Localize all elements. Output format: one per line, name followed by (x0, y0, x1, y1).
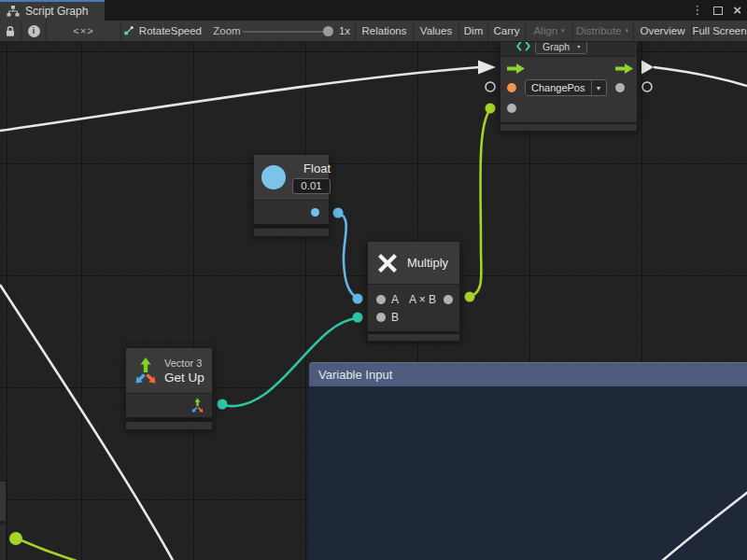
toolbar-button-full-screen[interactable]: Full Screen (691, 21, 747, 41)
offscreen-node-sliver-footer (0, 524, 7, 560)
lock-button[interactable] (0, 21, 21, 41)
float-output-port[interactable] (311, 208, 319, 217)
vector3-header: Vector 3 Get Up (126, 348, 212, 394)
vector3-body (126, 394, 212, 417)
flow-arrow-in-icon[interactable] (507, 63, 526, 75)
float-body (254, 201, 329, 224)
multiply-port-b-dot[interactable] (376, 313, 386, 322)
graph-dropdown-caret: ▾ (577, 43, 580, 49)
flow-arrow-out-port[interactable] (641, 61, 654, 75)
vector3-title: Vector 3 (164, 357, 204, 369)
info-button[interactable]: i (21, 21, 47, 41)
script-graph-icon (7, 6, 20, 17)
code-icon: <×> (73, 25, 93, 36)
float-title: Float (303, 161, 331, 175)
zoom-label: Zoom (213, 25, 240, 36)
vector3-subtitle: Get Up (164, 371, 204, 385)
event-value-connector[interactable] (486, 104, 496, 114)
event-out-value-port-dot[interactable] (615, 83, 625, 92)
event-extra-port-dot[interactable] (507, 104, 516, 113)
float-header: Float 0.01 (254, 155, 329, 201)
wire-float-to-multiply-a[interactable] (338, 213, 358, 299)
wire-getup-to-multiply-b[interactable] (222, 318, 358, 406)
flow-arrow-out-icon[interactable] (615, 63, 634, 75)
graph-toolbar: i <×> RotateSpeed Zoom 1x Relations Valu… (0, 21, 747, 42)
vector3-icon (134, 357, 158, 385)
button-label: Relations (362, 25, 407, 36)
button-label: Values (420, 25, 452, 36)
toolbar-button-distribute[interactable]: Distribute ▾ (572, 21, 631, 41)
toolbar-button-carry[interactable]: Carry (487, 21, 525, 41)
flow-arrow-in-port[interactable] (478, 61, 496, 75)
graph-dropdown-label: Graph (543, 41, 570, 52)
lock-icon (5, 25, 16, 37)
changepos-dropdown-caret: ▼ (591, 80, 606, 95)
info-icon: i (28, 25, 40, 37)
getup-output-connector[interactable] (218, 399, 228, 410)
code-view-button[interactable]: <×> (47, 21, 121, 41)
multiply-port-out-label: A × B (409, 293, 436, 306)
changepos-dropdown[interactable]: ChangePos ▼ (525, 79, 607, 96)
wire-multiply-to-event[interactable] (470, 109, 490, 297)
multiply-a-connector[interactable] (353, 294, 363, 304)
chevron-down-icon: ▾ (626, 27, 629, 35)
changepos-dropdown-label: ChangePos (526, 80, 591, 95)
zoom-value-wrap: 1x (335, 21, 354, 41)
toolbar-button-relations[interactable]: Relations (355, 21, 413, 41)
multiply-b-connector[interactable] (353, 313, 363, 323)
vector3-output-port-icon[interactable] (190, 398, 204, 413)
wire-white-out-of-event[interactable] (654, 67, 747, 86)
multiply-port-a-label: A (391, 293, 399, 306)
float-value-field[interactable]: 0.01 (292, 178, 331, 194)
float-footer-bar (253, 228, 330, 237)
tab-script-graph[interactable]: Script Graph (0, 0, 105, 21)
multiply-output-connector[interactable] (465, 292, 475, 302)
tab-title: Script Graph (25, 5, 88, 18)
button-label: Distribute (576, 25, 622, 36)
event-footer-bar (500, 123, 638, 132)
toolbar-button-overview[interactable]: Overview (633, 21, 691, 41)
multiply-port-b-label: B (391, 311, 399, 324)
node-vector3-getup[interactable]: Vector 3 Get Up (125, 347, 213, 418)
offscreen-node-sliver-body[interactable] (0, 481, 7, 522)
event-left-empty-port[interactable] (486, 82, 495, 91)
zoom-slider-knob[interactable] (323, 26, 333, 36)
wire-white-into-event[interactable] (0, 67, 479, 131)
button-label: Full Screen (692, 25, 746, 36)
graph-asset-name: RotateSpeed (139, 25, 202, 36)
window-maximize-icon[interactable] (713, 7, 723, 15)
info-glyph: i (33, 26, 35, 35)
toolbar-button-values[interactable]: Values (413, 21, 458, 41)
vector3-footer-bar (125, 421, 213, 430)
zoom-slider-track[interactable] (243, 31, 329, 33)
window-controls: ⋮ × (691, 0, 741, 21)
node-custom-event[interactable]: Graph ▾ ChangePos ▼ (500, 35, 638, 123)
wire-white-panel-diagonal[interactable] (662, 492, 747, 560)
window-close-icon[interactable]: × (733, 1, 741, 20)
tab-bar: Script Graph ⋮ × (0, 0, 747, 21)
multiply-port-a-dot[interactable] (376, 295, 386, 304)
button-label: Carry (493, 25, 519, 36)
graph-asset-button[interactable]: RotateSpeed (122, 21, 202, 41)
zoom-label-wrap: Zoom (213, 21, 241, 41)
chevron-down-icon: ▾ (561, 27, 565, 35)
wire-lime-bottom-left[interactable] (21, 540, 77, 560)
event-body: ChangePos ▼ (500, 57, 637, 122)
window-menu-icon[interactable]: ⋮ (691, 0, 703, 21)
button-label: Dim (464, 25, 483, 36)
bottom-left-connector[interactable] (9, 532, 22, 545)
event-variable-port-dot[interactable] (507, 83, 516, 92)
float-output-connector[interactable] (333, 208, 344, 218)
button-label: Overview (641, 25, 685, 36)
multiply-icon (375, 251, 400, 275)
node-float[interactable]: Float 0.01 (253, 154, 330, 225)
multiply-port-out-dot[interactable] (444, 295, 453, 304)
toolbar-button-align[interactable]: Align ▾ (525, 21, 572, 41)
unity-visual-scripting-window: Variable Input Float (0, 0, 747, 560)
node-multiply[interactable]: Multiply A A × B B (367, 241, 460, 332)
button-label: Align (533, 25, 557, 36)
graph-asset-icon (124, 24, 134, 37)
toolbar-button-dim[interactable]: Dim (458, 21, 487, 41)
event-right-empty-port[interactable] (642, 82, 652, 91)
multiply-header: Multiply (368, 242, 459, 285)
